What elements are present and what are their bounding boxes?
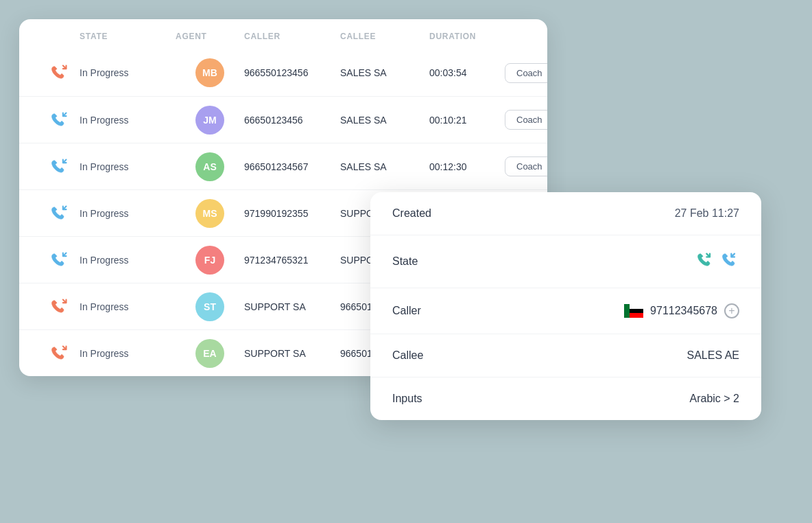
agent-avatar-ea: EA [176, 339, 244, 368]
callee-row: Callee SALES AE [370, 334, 761, 377]
state-text: In Progress [80, 348, 176, 359]
coach-button[interactable]: Coach [505, 156, 547, 176]
caller-value: 97112345678 + [624, 303, 739, 318]
svg-rect-2 [630, 309, 643, 313]
call-icon-incoming [38, 157, 80, 176]
agent-avatar-mb: MB [176, 58, 244, 87]
state-icons [695, 251, 739, 272]
col-actions [505, 32, 547, 41]
phone-incoming-icon [720, 251, 739, 272]
call-icon-outgoing [38, 297, 80, 316]
col-caller: CALLER [244, 32, 340, 41]
coach-button[interactable]: Coach [505, 63, 547, 83]
call-icon-outgoing [38, 63, 80, 82]
caller-number: SUPPORT SA [244, 301, 340, 312]
col-callee: CALLEE [340, 32, 429, 41]
col-state: STATE [80, 32, 176, 41]
caller-number: 966550123456 [244, 67, 340, 78]
call-icon-incoming [38, 204, 80, 223]
caller-label: Caller [392, 305, 421, 317]
agent-avatar-as: AS [176, 152, 244, 181]
callee-text: SALES SA [340, 67, 429, 78]
state-text: In Progress [80, 301, 176, 312]
call-icon-outgoing [38, 344, 80, 363]
action-buttons: Coach Join [505, 63, 547, 83]
call-icon-incoming [38, 111, 80, 130]
caller-number: 971234765321 [244, 255, 340, 266]
action-buttons: Coach Join [505, 110, 547, 130]
caller-number: 66650123456 [244, 115, 340, 126]
state-row: State [370, 235, 761, 288]
state-text: In Progress [80, 255, 176, 266]
created-label: Created [392, 207, 431, 220]
state-text: In Progress [80, 161, 176, 172]
duration: 00:03:54 [429, 67, 505, 78]
created-value: 27 Feb 11:27 [675, 207, 739, 220]
uae-flag-icon [624, 304, 643, 318]
table-header: STATE AGENT CALLER CALLEE DURATION [19, 19, 547, 49]
col-agent: AGENT [176, 32, 244, 41]
caller-number-detail: 97112345678 [650, 305, 717, 317]
agent-avatar-jm: JM [176, 106, 244, 135]
state-label: State [392, 255, 418, 268]
created-row: Created 27 Feb 11:27 [370, 192, 761, 235]
caller-number: SUPPORT SA [244, 348, 340, 359]
state-text: In Progress [80, 208, 176, 219]
callee-text: SALES SA [340, 161, 429, 172]
table-row: In Progress MB 966550123456 SALES SA 00:… [19, 49, 547, 96]
state-text: In Progress [80, 67, 176, 78]
duration: 00:12:30 [429, 161, 505, 172]
col-duration: DURATION [429, 32, 505, 41]
caller-number: 971990192355 [244, 208, 340, 219]
callee-value: SALES AE [687, 349, 740, 362]
callee-text: SALES SA [340, 115, 429, 126]
svg-rect-1 [630, 304, 643, 309]
inputs-value: Arabic > 2 [690, 393, 739, 405]
table-row: In Progress AS 966501234567 SALES SA 00:… [19, 143, 547, 189]
svg-rect-0 [624, 304, 630, 318]
agent-avatar-fj: FJ [176, 246, 244, 275]
svg-rect-3 [630, 313, 643, 318]
state-text: In Progress [80, 115, 176, 126]
phone-outgoing-icon [695, 251, 715, 272]
callee-label: Callee [392, 349, 423, 362]
agent-avatar-st: ST [176, 292, 244, 321]
detail-card: Created 27 Feb 11:27 State Caller [370, 192, 761, 420]
inputs-label: Inputs [392, 393, 422, 405]
agent-avatar-ms: MS [176, 199, 244, 228]
caller-row: Caller 97112345678 + [370, 288, 761, 334]
inputs-row: Inputs Arabic > 2 [370, 377, 761, 420]
add-caller-icon[interactable]: + [724, 303, 739, 318]
action-buttons: Coach Join [505, 156, 547, 176]
coach-button[interactable]: Coach [505, 110, 547, 130]
call-icon-incoming [38, 251, 80, 270]
duration: 00:10:21 [429, 115, 505, 126]
table-row: In Progress JM 66650123456 SALES SA 00:1… [19, 96, 547, 143]
caller-number: 966501234567 [244, 161, 340, 172]
